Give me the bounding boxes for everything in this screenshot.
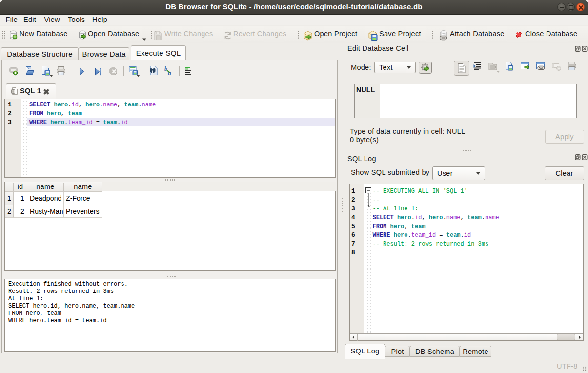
svg-text:a: a bbox=[168, 69, 171, 77]
svg-text:b: b bbox=[164, 65, 167, 72]
